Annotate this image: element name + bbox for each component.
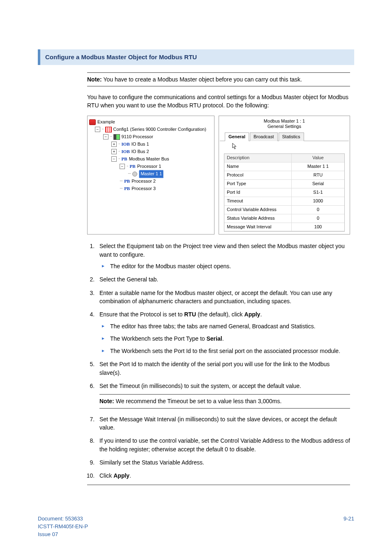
properties-tabbar: General Broadcast Statistics (220, 132, 349, 141)
properties-title-line1: Modbus Master 1 : 1 (264, 118, 305, 123)
step-1-text: Select the Equipment tab on the Project … (99, 243, 345, 258)
row-status-var-addr-value[interactable]: 0 (292, 214, 344, 223)
collapse-icon[interactable]: − (103, 134, 108, 139)
iob-badge: IOB (122, 141, 130, 148)
step-6: Set the Timeout (in milliseconds) to sui… (96, 382, 350, 409)
row-port-id-key: Port Id (224, 188, 292, 197)
row-protocol-value[interactable]: RTU (292, 171, 344, 180)
row-msg-wait-interval-key: Message Wait Interval (224, 223, 292, 232)
step-8: If you intend to use the control variabl… (96, 437, 350, 453)
cursor-icon (232, 143, 238, 150)
row-timeout-key: Timeout (224, 197, 292, 206)
tree-processor-2[interactable]: Processor 2 (131, 178, 156, 185)
step-4-sub1: The editor has three tabs; the tabs are … (101, 322, 350, 330)
properties-pane: Modbus Master 1 : 1 General Settings Gen… (219, 116, 350, 235)
tree-root[interactable]: Example (97, 119, 115, 125)
footer-document: Document: 553633 (38, 516, 83, 522)
section-heading: Configure a Modbus Master Object for Mod… (38, 49, 354, 65)
expand-icon[interactable]: + (111, 149, 117, 154)
master-node-icon (132, 172, 137, 176)
tree-connector: ···· (120, 178, 122, 184)
row-msg-wait-interval-value[interactable]: 100 (292, 223, 344, 232)
tree-connector: ·· (118, 149, 120, 155)
tree-master-1-1-selected[interactable]: Master 1 1 (139, 170, 164, 178)
collapse-icon[interactable]: − (120, 164, 125, 169)
properties-grid: DescriptionValue NameMaster 1 1 Protocol… (224, 153, 345, 232)
grid-header-description: Description (224, 154, 292, 163)
step-3: Enter a suitable name for the Modbus mas… (96, 289, 350, 306)
step-4-sub3: The Workbench sets the Port Id to the fi… (101, 347, 350, 355)
footer-page-number: 9-21 (344, 515, 354, 539)
step-6-text: Set the Timeout (in milliseconds) to sui… (99, 383, 301, 389)
app-icon (89, 119, 96, 125)
tree-connector: ·· (102, 126, 104, 132)
row-status-var-addr-key: Status Variable Address (224, 214, 292, 223)
step-1-sub: The editor for the Modbus master object … (101, 262, 350, 270)
step-4-text-e: . (260, 311, 262, 318)
step-4-text-c: (the default), click (196, 311, 244, 318)
footer-issue: Issue 07 (38, 531, 58, 537)
row-name-key: Name (224, 163, 292, 171)
step-4-rtu: RTU (184, 311, 196, 318)
grid-header-value: Value (292, 154, 344, 163)
properties-title: Modbus Master 1 : 1 General Settings (220, 118, 349, 132)
tree-iob2[interactable]: IO Bus 2 (131, 149, 149, 155)
step-4: Ensure that the Protocol is set to RTU (… (96, 310, 350, 355)
step-list: Select the Equipment tab on the Project … (87, 242, 350, 480)
row-port-type-value[interactable]: Serial (292, 180, 344, 188)
pb-badge: PB (124, 186, 130, 192)
intro-paragraph: You have to configure the communications… (87, 93, 350, 110)
step-6-note: Note: We recommend the Timeout be set to… (99, 394, 350, 408)
config-icon (105, 127, 112, 132)
step-10-a: Click (99, 472, 113, 479)
step-1: Select the Equipment tab on the Project … (96, 242, 350, 270)
collapse-icon[interactable]: − (95, 127, 100, 132)
pb-badge: PB (130, 163, 136, 170)
step-10-apply: Apply (113, 472, 129, 479)
expand-icon[interactable]: + (111, 142, 117, 147)
tab-statistics[interactable]: Statistics (279, 132, 304, 141)
step-2: Select the General tab. (96, 275, 350, 283)
row-name-value[interactable]: Master 1 1 (292, 163, 344, 171)
step-4-sub2-c: . (222, 335, 224, 342)
tree-connector: ···· (128, 171, 131, 177)
tree-connector: ·· (110, 134, 112, 140)
step-4-sub2-b: Serial (207, 335, 222, 342)
step-7: Set the Message Wait Interval (in millis… (96, 415, 350, 432)
step-4-sub2-a: The Workbench sets the Port Type to (110, 335, 207, 342)
row-timeout-value[interactable]: 1000 (292, 197, 344, 206)
tree-connector: ·· (127, 163, 128, 170)
row-port-id-value[interactable]: S1-1 (292, 188, 344, 197)
tree-config[interactable]: Config1 (Series 9000 Controller Configur… (113, 126, 206, 133)
top-note-text: You have to create a Modbus Master objec… (102, 76, 302, 83)
row-protocol-key: Protocol (224, 171, 292, 180)
tree-iob1[interactable]: IO Bus 1 (131, 141, 149, 148)
properties-title-line2: General Settings (267, 124, 301, 129)
note-label: Note: (87, 76, 102, 83)
tree-processor[interactable]: 9110 Processor (122, 134, 153, 140)
pb-badge: PB (122, 156, 127, 163)
row-port-type-key: Port Type (224, 180, 292, 188)
tree-processor-1[interactable]: Processor 1 (137, 163, 161, 170)
page-footer: Document: 553633 ICSTT-RM405f-EN-P Issue… (38, 515, 354, 539)
collapse-icon[interactable]: − (111, 156, 117, 162)
tab-general[interactable]: General (225, 132, 249, 141)
step-4-sub2: The Workbench sets the Port Type to Seri… (101, 334, 350, 343)
tree-connector: ·· (118, 156, 120, 162)
tab-broadcast[interactable]: Broadcast (250, 132, 278, 141)
row-control-var-addr-value[interactable]: 0 (292, 206, 344, 214)
tree-connector: ·· (118, 141, 120, 147)
tree-processor-3[interactable]: Processor 3 (131, 186, 156, 192)
step-10: Click Apply. (96, 471, 350, 480)
note-label: Note: (99, 398, 114, 404)
step-10-c: . (129, 472, 131, 479)
step-5: Set the Port Id to match the identity of… (96, 360, 350, 377)
tree-connector: ···· (120, 186, 122, 192)
step-4-text-a: Ensure that the Protocol is set to (99, 311, 184, 318)
top-note: Note: You have to create a Modbus Master… (87, 72, 350, 86)
step-9: Similarly set the Status Variable Addres… (96, 458, 350, 467)
step-6-note-text: We recommend the Timeout be set to a val… (114, 398, 282, 404)
step-4-apply: Apply (244, 311, 261, 318)
iob-badge: IOB (122, 149, 130, 155)
tree-modbus-master-bus[interactable]: Modbus Master Bus (129, 156, 169, 163)
